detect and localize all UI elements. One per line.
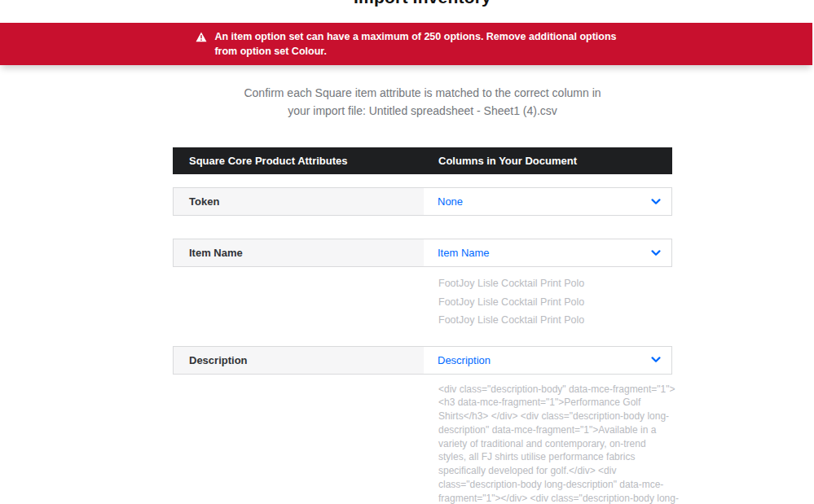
sample-value-line: class="description-body long-description…	[438, 478, 672, 492]
column-header-your-document: Columns in Your Document	[423, 155, 672, 167]
table-row-token: Token None	[173, 187, 672, 216]
warning-message-line: An item option set can have a maximum of…	[214, 29, 616, 44]
instructions-line: Confirm each Square item attribute is ma…	[173, 84, 672, 102]
sample-value: FootJoy Lisle Cocktail Print Polo	[438, 293, 672, 312]
table-row-item-name: Item Name Item Name	[173, 239, 672, 267]
page-title: Import Inventory	[173, 0, 672, 7]
warning-banner-content: An item option set can have a maximum of…	[187, 23, 624, 65]
table-row-description: Description Description	[173, 346, 672, 375]
sample-value-line: Shirts</h3> </div> <div class="descripti…	[438, 410, 672, 423]
selected-column-value: None	[438, 195, 463, 208]
table-header: Square Core Product Attributes Columns i…	[173, 147, 672, 174]
selected-column-value: Description	[438, 354, 491, 366]
chevron-down-icon	[651, 250, 661, 256]
column-select-description[interactable]: Description	[424, 347, 671, 374]
sample-value-line: specifically developed for golf.</div> <…	[438, 464, 672, 478]
column-header-square-attributes: Square Core Product Attributes	[173, 155, 423, 167]
instructions-line: your import file: Untitled spreadsheet -…	[173, 102, 672, 120]
column-select-token[interactable]: None	[424, 188, 671, 215]
sample-value: FootJoy Lisle Cocktail Print Polo	[438, 311, 672, 330]
instructions-text: Confirm each Square item attribute is ma…	[173, 84, 672, 120]
item-name-sample-values: FootJoy Lisle Cocktail Print Polo FootJo…	[438, 274, 672, 330]
sample-value-line: description" data-mce-fragment="1">Avail…	[438, 423, 672, 437]
chevron-down-icon	[651, 199, 661, 205]
sample-value-line: <div class="description-body" data-mce-f…	[438, 383, 672, 397]
chevron-down-icon	[651, 357, 661, 363]
warning-triangle-icon	[196, 31, 207, 46]
sample-value-line: <h3 data-mce-fragment="1">Performance Go…	[438, 396, 672, 410]
sample-value-line: variety of traditional and contemporary,…	[438, 437, 672, 451]
column-select-item-name[interactable]: Item Name	[424, 239, 671, 266]
sample-value-line: styles, all FJ shirts utilise performanc…	[438, 450, 672, 464]
warning-message: An item option set can have a maximum of…	[214, 29, 616, 59]
attribute-label-description: Description	[174, 347, 424, 374]
attribute-label-token: Token	[174, 188, 424, 215]
warning-banner: An item option set can have a maximum of…	[0, 23, 812, 65]
attribute-match-table: Square Core Product Attributes Columns i…	[173, 147, 672, 504]
warning-message-line: from option set Colour.	[214, 44, 616, 59]
sample-value: FootJoy Lisle Cocktail Print Polo	[438, 274, 672, 293]
description-sample-values: <div class="description-body" data-mce-f…	[438, 383, 672, 504]
attribute-label-item-name: Item Name	[174, 239, 424, 266]
selected-column-value: Item Name	[438, 247, 490, 259]
sample-value-line: fragment="1"></div> <div class="descript…	[438, 492, 672, 504]
